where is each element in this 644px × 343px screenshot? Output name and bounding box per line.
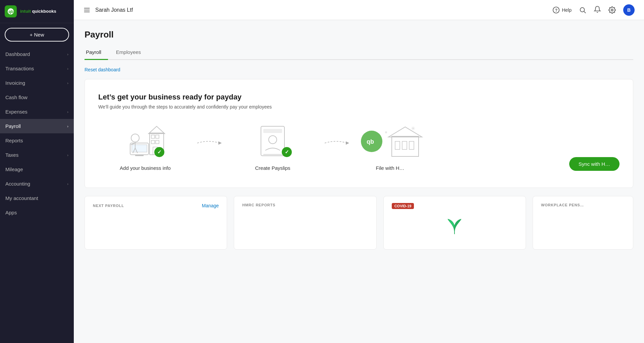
search-button[interactable]	[579, 6, 586, 14]
step-create-payslips: ✓ Create Payslips	[226, 123, 320, 171]
sidebar-item-label: Invoicing	[5, 80, 25, 86]
next-payroll-title: NEXT PAYROLL	[93, 204, 124, 208]
help-icon: ?	[552, 6, 560, 14]
sidebar: qb intuit quickbooks + New Dashboard › T…	[0, 0, 74, 343]
svg-marker-24	[149, 126, 165, 134]
tab-payroll[interactable]: Payroll	[85, 46, 108, 60]
topbar: Sarah Jonas Ltf ? Help	[74, 0, 644, 20]
svg-rect-35	[395, 141, 400, 149]
svg-text:qb: qb	[9, 9, 14, 14]
svg-rect-20	[156, 135, 159, 138]
reset-dashboard-link[interactable]: Reset dashboard	[85, 67, 120, 72]
chevron-right-icon: ›	[67, 182, 68, 186]
avatar[interactable]: B	[623, 4, 635, 16]
step-3-label: File with H…	[376, 165, 404, 171]
settings-button[interactable]	[608, 6, 616, 14]
setup-heading: Let’s get your business ready for payday	[98, 93, 620, 101]
svg-rect-21	[151, 140, 155, 144]
logo-area: qb intuit quickbooks	[0, 0, 74, 23]
covid-badge: COVID-19	[392, 203, 414, 209]
svg-rect-37	[409, 141, 414, 149]
hmrc-illustration: qb ✳	[357, 123, 424, 160]
sidebar-item-apps[interactable]: Apps	[0, 205, 74, 220]
chevron-right-icon: ›	[67, 67, 68, 71]
sidebar-item-label: My accountant	[5, 195, 38, 201]
next-payroll-header: NEXT PAYROLL Manage	[93, 203, 219, 208]
sidebar-item-label: Expenses	[5, 109, 28, 115]
sidebar-item-label: Apps	[5, 210, 17, 215]
sidebar-item-label: Payroll	[5, 123, 21, 129]
sidebar-item-reports[interactable]: Reports	[0, 133, 74, 148]
notifications-button[interactable]	[594, 6, 601, 14]
manage-link[interactable]: Manage	[202, 203, 219, 208]
sidebar-item-invoicing[interactable]: Invoicing ›	[0, 76, 74, 90]
svg-rect-27	[263, 129, 282, 133]
svg-point-7	[580, 7, 585, 12]
chevron-right-icon: ›	[67, 81, 68, 85]
svg-point-40	[385, 131, 387, 133]
sidebar-item-my-accountant[interactable]: My accountant	[0, 191, 74, 205]
svg-text:qb: qb	[367, 138, 374, 145]
hamburger-icon	[83, 6, 91, 14]
sidebar-item-label: Reports	[5, 138, 23, 143]
step-file-hmrc: qb ✳	[353, 123, 427, 171]
main-content: Sarah Jonas Ltf ? Help	[74, 0, 644, 343]
tab-employees[interactable]: Employees	[115, 46, 148, 60]
step-1-icon: ✓	[123, 123, 167, 160]
sidebar-item-payroll[interactable]: Payroll ›	[0, 119, 74, 133]
svg-point-9	[611, 9, 613, 11]
page-content-area: Payroll Payroll Employees Reset dashboar…	[74, 20, 644, 343]
hmrc-reports-card: HMRC REPORTS	[234, 196, 376, 250]
step-3-icon: qb ✳	[357, 123, 424, 160]
search-icon	[579, 6, 586, 14]
chevron-right-icon: ›	[67, 52, 68, 56]
hmrc-reports-title: HMRC REPORTS	[242, 203, 275, 207]
sidebar-item-label: Taxes	[5, 152, 18, 158]
sidebar-item-expenses[interactable]: Expenses ›	[0, 105, 74, 119]
svg-marker-30	[346, 141, 349, 145]
svg-marker-25	[218, 141, 222, 145]
step-2-icon: ✓	[251, 123, 294, 160]
arrow-2	[320, 123, 353, 148]
qb-logo-icon: qb	[5, 5, 17, 17]
svg-line-8	[584, 11, 586, 13]
svg-point-28	[269, 136, 277, 144]
bell-icon	[594, 6, 601, 13]
step-business-info: ✓ Add your business info	[98, 123, 192, 171]
sidebar-item-transactions[interactable]: Transactions ›	[0, 61, 74, 76]
svg-rect-22	[156, 140, 159, 144]
svg-rect-36	[402, 141, 407, 149]
sidebar-item-label: Transactions	[5, 66, 34, 71]
sidebar-item-taxes[interactable]: Taxes ›	[0, 148, 74, 162]
step-1-label: Add your business info	[120, 165, 171, 171]
logo-text: intuit quickbooks	[20, 9, 56, 14]
new-button[interactable]: + New	[5, 28, 69, 42]
next-payroll-card: NEXT PAYROLL Manage	[85, 196, 227, 250]
svg-marker-34	[388, 127, 422, 137]
sidebar-item-accounting[interactable]: Accounting ›	[0, 177, 74, 191]
step-1-check: ✓	[154, 147, 164, 157]
steps-row: ✓ Add your business info	[98, 123, 620, 171]
step-2-check: ✓	[282, 147, 292, 157]
arrow-1	[192, 123, 226, 148]
plant-icon	[444, 216, 465, 236]
hamburger-menu-button[interactable]	[83, 6, 91, 14]
chevron-right-icon: ›	[67, 110, 68, 114]
sidebar-item-cashflow[interactable]: Cash flow	[0, 90, 74, 105]
workplace-pensions-card: WORKPLACE PENS…	[533, 196, 633, 250]
chevron-right-icon: ›	[67, 153, 68, 157]
company-name: Sarah Jonas Ltf	[95, 7, 548, 13]
sync-with-hmrc-button[interactable]: Sync with H…	[569, 157, 620, 171]
help-label: Help	[562, 7, 572, 13]
sidebar-item-label: Dashboard	[5, 51, 30, 57]
help-button[interactable]: ? Help	[552, 6, 572, 14]
svg-text:?: ?	[555, 8, 557, 12]
sidebar-item-mileage[interactable]: Mileage	[0, 162, 74, 177]
sidebar-item-label: Accounting	[5, 181, 30, 187]
sidebar-nav: Dashboard › Transactions › Invoicing › C…	[0, 45, 74, 343]
bottom-cards-row: NEXT PAYROLL Manage HMRC REPORTS COVID-1…	[85, 196, 633, 250]
workplace-pensions-header: WORKPLACE PENS…	[541, 203, 625, 207]
sidebar-item-dashboard[interactable]: Dashboard ›	[0, 47, 74, 61]
sidebar-item-label: Cash flow	[5, 94, 28, 100]
topbar-icons: ? Help B	[552, 4, 635, 16]
